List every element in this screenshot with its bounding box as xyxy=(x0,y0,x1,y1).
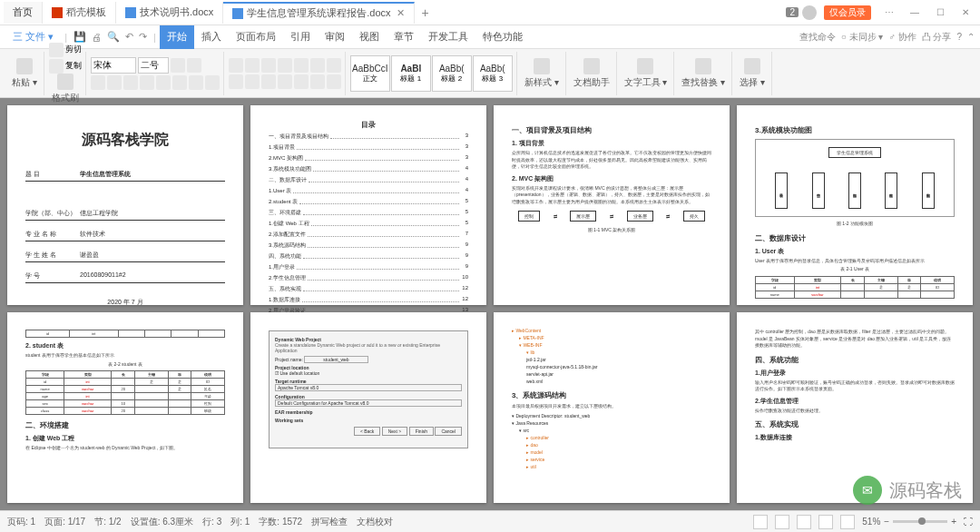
find-replace-button[interactable]: 查找替换 ▾ xyxy=(679,58,728,89)
vip-badge[interactable]: 仅会员录 xyxy=(824,5,871,20)
tab-doc-report[interactable]: 学生信息管理系统课程报告.docx✕ xyxy=(223,2,414,24)
status-page[interactable]: 页码: 1 xyxy=(7,516,35,528)
select-button[interactable]: 选择 ▾ xyxy=(737,58,768,89)
align-justify-icon[interactable] xyxy=(278,74,292,89)
doc-page-8[interactable]: 其中 controller 层为控制，dao 层是从数据库取数据，filter … xyxy=(737,312,973,503)
zoom-out-icon[interactable]: − xyxy=(884,517,889,527)
italic-icon[interactable] xyxy=(107,75,122,90)
status-compat[interactable]: 文档校对 xyxy=(357,516,393,528)
quick-undo-icon[interactable]: ↶ xyxy=(122,31,136,43)
user-avatar-icon[interactable] xyxy=(802,5,817,20)
menu-devtools[interactable]: 开发工具 xyxy=(421,25,475,49)
view-focus-icon[interactable] xyxy=(840,515,855,529)
ribbon-collapse-icon[interactable]: ⌃ xyxy=(967,32,975,42)
view-read-icon[interactable] xyxy=(818,515,833,529)
menu-help-icon[interactable]: ? xyxy=(956,32,962,42)
collab-button[interactable]: ♂ 协作 xyxy=(888,31,916,44)
menu-insert[interactable]: 插入 xyxy=(194,25,229,49)
doc-assist-button[interactable]: 文档助手 xyxy=(571,58,612,89)
new-style-button[interactable]: 新样式 ▾ xyxy=(522,58,562,89)
highlight-icon[interactable] xyxy=(205,75,220,90)
window-menu-icon[interactable]: ⋯ xyxy=(878,4,900,22)
quick-save-icon[interactable]: 💾 xyxy=(71,31,89,43)
view-outline-icon[interactable] xyxy=(775,515,789,529)
doc-page-5[interactable]: idint 2. student 表 student 表用于保存学生的基本信息如… xyxy=(7,312,243,503)
quick-redo-icon[interactable]: ↷ xyxy=(136,31,150,43)
status-section[interactable]: 节: 1/2 xyxy=(94,516,121,528)
align-right-icon[interactable] xyxy=(261,74,276,89)
doc-page-7[interactable]: ▸ WebContent▸ META-INF▾ WEB-INF▾ lib jst… xyxy=(494,312,730,503)
menu-features[interactable]: 特色功能 xyxy=(475,25,530,49)
eclipse-dialog: Dynamic Web Project Create a standalone … xyxy=(269,330,468,448)
font-size-select[interactable] xyxy=(138,57,169,74)
status-pageof[interactable]: 页面: 1/17 xyxy=(44,516,85,528)
quick-print-icon[interactable]: 🖨 xyxy=(89,32,104,43)
menu-sections[interactable]: 章节 xyxy=(387,25,421,49)
numbering-icon[interactable] xyxy=(245,58,260,73)
multilevel-icon[interactable] xyxy=(261,58,276,73)
bold-icon[interactable] xyxy=(91,75,105,90)
sync-status[interactable]: ○ 未同步 ▾ xyxy=(841,31,884,44)
menu-references[interactable]: 引用 xyxy=(283,25,318,49)
style-normal[interactable]: AaBbCcI正文 xyxy=(350,55,390,92)
style-heading1[interactable]: AaBI标题 1 xyxy=(391,55,431,92)
bullets-icon[interactable] xyxy=(229,58,243,73)
align-center-icon[interactable] xyxy=(245,74,260,89)
subscript-icon[interactable] xyxy=(172,75,187,90)
notify-badge[interactable]: 2 xyxy=(786,7,799,17)
cut-icon[interactable] xyxy=(49,43,64,57)
watermark-logo-icon: ✉ xyxy=(853,476,882,505)
doc-page-1[interactable]: 源码客栈学院 题 目学生信息管理系统 学院（部、中心）信息工程学院 专 业 名 … xyxy=(7,105,243,305)
shrink-font-icon[interactable] xyxy=(187,58,201,73)
underline-icon[interactable] xyxy=(123,75,138,90)
strike-icon[interactable] xyxy=(140,75,154,90)
quick-preview-icon[interactable]: 🔍 xyxy=(104,31,122,43)
text-tools-button[interactable]: 文字工具 ▾ xyxy=(622,58,671,89)
window-maximize-icon[interactable]: ☐ xyxy=(929,4,951,22)
tab-home[interactable]: 首页 xyxy=(4,2,43,24)
distribute-icon[interactable] xyxy=(294,74,309,89)
fullscreen-icon[interactable]: ⛶ xyxy=(964,517,973,527)
borders-icon[interactable] xyxy=(327,74,341,89)
zoom-in-icon[interactable]: + xyxy=(951,517,956,527)
indent-dec-icon[interactable] xyxy=(278,58,292,73)
doc-page-3[interactable]: 一、项目背景及项目结构 1. 项目背景 众所周知，计算机信息技术的迅速发展促进了… xyxy=(494,105,730,305)
menu-view[interactable]: 视图 xyxy=(352,25,387,49)
tab-close-icon[interactable]: ✕ xyxy=(397,7,405,19)
tab-doc-tech[interactable]: 技术说明书.docx xyxy=(116,2,223,24)
menu-find-commands[interactable]: 查找命令 xyxy=(799,31,836,44)
document-canvas[interactable]: 源码客栈学院 题 目学生信息管理系统 学院（部、中心）信息工程学院 专 业 名 … xyxy=(0,98,980,510)
align-left-icon[interactable] xyxy=(229,74,243,89)
shading-icon[interactable] xyxy=(310,74,325,89)
superscript-icon[interactable] xyxy=(156,75,171,90)
indent-inc-icon[interactable] xyxy=(294,58,309,73)
doc-page-2[interactable]: 目录 一、项目背景及项目结构31.项目背景32.MVC 架构图33.系统模块功能… xyxy=(250,105,486,305)
line-spacing-icon[interactable] xyxy=(327,58,341,73)
font-family-select[interactable] xyxy=(91,57,136,74)
font-color-icon[interactable] xyxy=(189,75,203,90)
window-minimize-icon[interactable]: — xyxy=(904,4,926,22)
style-heading3[interactable]: AaBb(标题 3 xyxy=(473,55,513,92)
grow-font-icon[interactable] xyxy=(171,58,185,73)
share-button[interactable]: 凸 分享 xyxy=(922,31,952,44)
menu-start[interactable]: 开始 xyxy=(160,25,194,49)
view-page-icon[interactable] xyxy=(753,515,768,529)
menu-pagelayout[interactable]: 页面布局 xyxy=(229,25,283,49)
menu-review[interactable]: 审阅 xyxy=(318,25,352,49)
format-painter-button[interactable]: 格式刷 xyxy=(49,74,82,104)
zoom-level[interactable]: 51% xyxy=(862,517,880,527)
paste-button[interactable]: 粘贴 ▾ xyxy=(9,58,40,89)
doc-page-6[interactable]: Dynamic Web Project Create a standalone … xyxy=(250,312,486,503)
tab-templates[interactable]: 稻壳模板 xyxy=(43,2,116,24)
status-words[interactable]: 字数: 1572 xyxy=(259,516,302,528)
doc-page-4[interactable]: 3.系统模块功能图 学生信息管理系统 系统登录 学生信息 数据添加 修改数据 删… xyxy=(737,105,973,305)
zoom-slider[interactable] xyxy=(893,520,947,523)
view-web-icon[interactable] xyxy=(797,515,811,529)
text-dir-icon[interactable] xyxy=(310,58,325,73)
status-spell[interactable]: 拼写检查 xyxy=(311,516,348,528)
window-close-icon[interactable]: ✕ xyxy=(955,4,976,22)
tab-add-button[interactable]: + xyxy=(415,5,436,20)
copy-icon[interactable] xyxy=(49,59,64,74)
text-tools-icon xyxy=(637,58,653,74)
style-heading2[interactable]: AaBb(标题 2 xyxy=(432,55,472,92)
